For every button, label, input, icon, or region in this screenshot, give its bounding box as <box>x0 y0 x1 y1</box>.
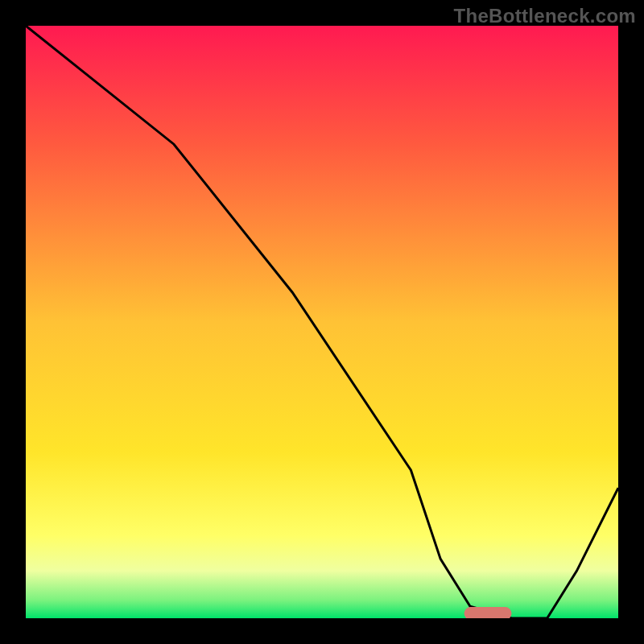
chart-container: TheBottleneck.com <box>0 0 644 644</box>
bottleneck-curve <box>26 26 618 618</box>
watermark-text: TheBottleneck.com <box>454 5 636 27</box>
curve-layer <box>26 26 618 618</box>
plot-area <box>26 26 618 618</box>
optimal-marker <box>464 607 512 618</box>
